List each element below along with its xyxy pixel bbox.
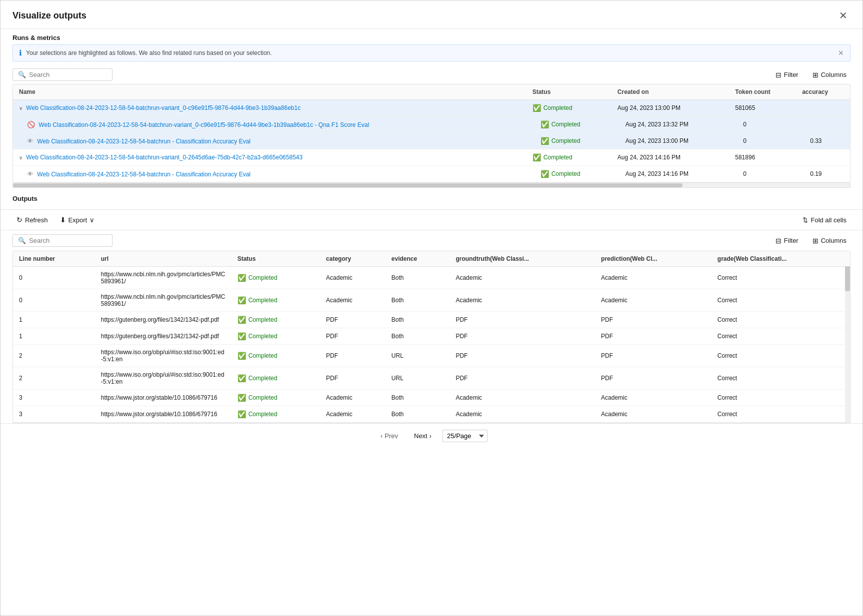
info-close-button[interactable]: ✕ <box>838 49 844 57</box>
outputs-columns-icon: ⊞ <box>812 237 818 245</box>
export-icon: ⬇ <box>60 216 66 224</box>
output-prediction: PDF <box>595 345 712 367</box>
next-button[interactable]: Next › <box>409 430 436 442</box>
run-name-cell: 👁 Web Classification-08-24-2023-12-58-54… <box>13 133 526 149</box>
outputs-scrollbar[interactable] <box>845 251 850 423</box>
next-label: Next <box>414 432 428 440</box>
output-line-number: 3 <box>13 390 95 406</box>
prev-button[interactable]: ‹ Prev <box>376 430 403 442</box>
run-link[interactable]: Web Classification-08-24-2023-12-58-54-b… <box>38 121 369 128</box>
close-button[interactable]: ✕ <box>836 8 850 22</box>
outputs-table-row: 3 https://www.jstor.org/stable/10.1086/6… <box>13 406 850 423</box>
page-size-select[interactable]: 10/Page25/Page50/Page100/Page <box>442 430 488 442</box>
run-link[interactable]: Web Classification-08-24-2023-12-58-54-b… <box>26 104 300 111</box>
outputs-search-box[interactable]: 🔍 <box>12 234 112 247</box>
modal-header: Visualize outputs ✕ <box>0 0 862 29</box>
runs-table-row[interactable]: 👁 Web Classification-08-24-2023-12-58-54… <box>13 166 850 182</box>
refresh-icon: ↻ <box>16 216 22 224</box>
fold-all-button[interactable]: ⇅ Fold all cells <box>798 214 850 226</box>
outputs-search-icon: 🔍 <box>18 237 26 244</box>
runs-search-box[interactable]: 🔍 <box>12 68 112 81</box>
run-chevron-icon[interactable]: ∨ <box>19 155 22 160</box>
outputs-table-row: 2 https://www.iso.org/obp/ui/#iso:std:is… <box>13 345 850 367</box>
status-completed-icon: ✅ <box>532 153 541 161</box>
run-created-cell: Aug 24, 2023 13:32 PM <box>612 116 729 133</box>
outputs-header-row: Line number url Status category evidence… <box>13 251 850 267</box>
run-status-cell: ✅ Completed <box>526 116 612 133</box>
outputs-table-container: Line number url Status category evidence… <box>12 251 850 423</box>
output-prediction: PDF <box>595 367 712 390</box>
modal-title: Visualize outputs <box>12 10 86 21</box>
runs-columns-icon: ⊞ <box>812 71 818 79</box>
output-grade: Correct <box>712 390 850 406</box>
output-category: Academic <box>320 406 386 423</box>
output-groundtruth: Academic <box>450 267 595 289</box>
export-button[interactable]: ⬇ Export ∨ <box>56 214 99 226</box>
output-grade: Correct <box>712 289 850 312</box>
outputs-search-area: 🔍 ⊟ Filter ⊞ Columns <box>0 230 862 251</box>
run-chevron-icon[interactable]: ∨ <box>19 105 22 111</box>
output-grade: Correct <box>712 345 850 367</box>
col-prediction: prediction(Web Cl... <box>595 251 712 267</box>
outputs-toolbar-left: ↻ Refresh ⬇ Export ∨ <box>12 214 98 226</box>
outputs-columns-button[interactable]: ⊞ Columns <box>808 235 850 247</box>
runs-filter-button[interactable]: ⊟ Filter <box>772 69 802 81</box>
output-status-icon: ✅ <box>238 316 246 324</box>
output-category: PDF <box>320 367 386 390</box>
refresh-button[interactable]: ↻ Refresh <box>12 214 52 226</box>
output-status-completed: ✅ Completed <box>238 296 314 304</box>
outputs-search-input[interactable] <box>29 237 107 244</box>
runs-search-input[interactable] <box>29 71 107 78</box>
outputs-toolbar-right: ⇅ Fold all cells <box>798 214 850 226</box>
runs-columns-button[interactable]: ⊞ Columns <box>808 69 850 81</box>
output-groundtruth: PDF <box>450 312 595 328</box>
output-prediction: Academic <box>595 406 712 423</box>
runs-table-row[interactable]: ∨ Web Classification-08-24-2023-12-58-54… <box>13 100 850 116</box>
output-url: https://www.iso.org/obp/ui/#iso:std:iso:… <box>95 367 232 390</box>
status-completed: ✅ Completed <box>540 137 606 145</box>
status-completed: ✅ Completed <box>540 120 606 128</box>
run-link[interactable]: Web Classification-08-24-2023-12-58-54-b… <box>37 171 250 178</box>
run-link[interactable]: Web Classification-08-24-2023-12-58-54-b… <box>37 138 250 145</box>
run-link[interactable]: Web Classification-08-24-2023-12-58-54-b… <box>26 154 302 161</box>
outputs-table-row: 1 https://gutenberg.org/files/1342/1342-… <box>13 312 850 328</box>
runs-table-row[interactable]: 🚫 Web Classification-08-24-2023-12-58-54… <box>13 116 850 133</box>
prev-label: Prev <box>384 432 398 440</box>
runs-table-row[interactable]: 👁 Web Classification-08-24-2023-12-58-54… <box>13 133 850 149</box>
runs-col-token: Token count <box>729 84 796 100</box>
outputs-filter-button[interactable]: ⊟ Filter <box>772 235 802 247</box>
run-name-cell: 🚫 Web Classification-08-24-2023-12-58-54… <box>13 116 526 133</box>
info-bar-text: Your selections are highlighted as follo… <box>26 49 272 56</box>
output-url: https://www.jstor.org/stable/10.1086/679… <box>95 406 232 423</box>
output-prediction: Academic <box>595 289 712 312</box>
run-name-cell: 👁 Web Classification-08-24-2023-12-58-54… <box>13 166 526 182</box>
runs-scrollbar[interactable] <box>12 183 850 188</box>
run-token-cell: 0 <box>729 116 796 133</box>
output-prediction: PDF <box>595 328 712 345</box>
run-status-cell: ✅ Completed <box>526 149 612 166</box>
outputs-search-right: ⊟ Filter ⊞ Columns <box>772 235 850 247</box>
output-status: ✅ Completed <box>232 345 320 367</box>
run-name-cell: ∨ Web Classification-08-24-2023-12-58-54… <box>13 100 526 116</box>
output-status-icon: ✅ <box>238 352 246 360</box>
output-status-icon: ✅ <box>238 332 246 340</box>
output-status-completed: ✅ Completed <box>238 332 314 340</box>
runs-section-label: Runs & metrics <box>0 29 862 44</box>
output-status-completed: ✅ Completed <box>238 352 314 360</box>
runs-filter-label: Filter <box>784 71 798 78</box>
run-accuracy-cell <box>796 100 850 116</box>
output-url: https://www.ncbi.nlm.nih.gov/pmc/article… <box>95 267 232 289</box>
output-category: PDF <box>320 345 386 367</box>
status-completed-icon: ✅ <box>540 170 549 178</box>
export-chevron-icon: ∨ <box>90 216 94 224</box>
output-category: PDF <box>320 312 386 328</box>
runs-table-row[interactable]: ∨ Web Classification-08-24-2023-12-58-54… <box>13 149 850 166</box>
output-url: https://gutenberg.org/files/1342/1342-pd… <box>95 312 232 328</box>
output-groundtruth: Academic <box>450 406 595 423</box>
run-created-cell: Aug 24, 2023 13:00 PM <box>612 100 729 116</box>
info-bar-left: ℹ Your selections are highlighted as fol… <box>19 48 272 57</box>
output-status-completed: ✅ Completed <box>238 410 314 418</box>
status-completed-icon: ✅ <box>540 120 549 128</box>
output-url: https://www.iso.org/obp/ui/#iso:std:iso:… <box>95 345 232 367</box>
status-completed-icon: ✅ <box>532 104 541 112</box>
